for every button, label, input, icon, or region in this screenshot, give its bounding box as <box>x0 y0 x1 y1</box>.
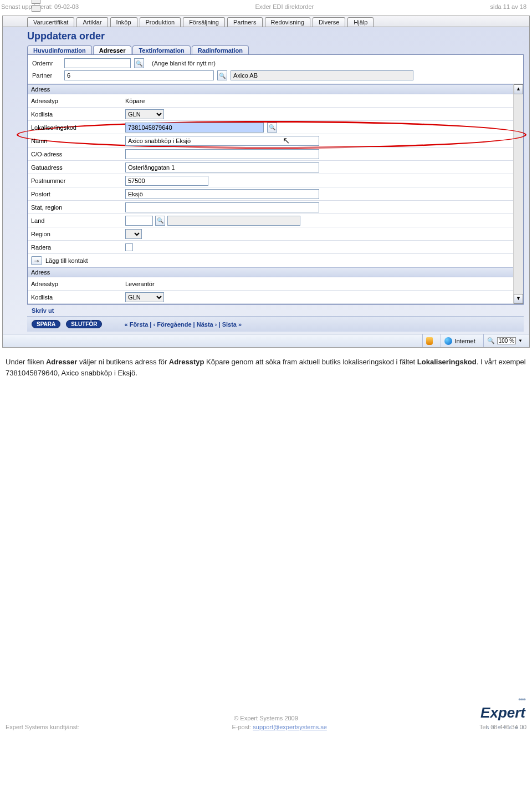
ordernr-hint: (Ange blankt för nytt nr) <box>152 60 216 67</box>
nav-last[interactable]: Sista » <box>222 321 242 328</box>
land-code-input[interactable] <box>125 216 153 226</box>
internet-zone-label: Internet <box>454 338 475 344</box>
tab-radinformation[interactable]: Radinformation <box>192 45 249 54</box>
finish-button[interactable]: SLUTFÖR <box>66 320 102 328</box>
region-label: Region <box>31 231 125 237</box>
home-icons[interactable] <box>32 0 40 12</box>
partner-name-display <box>231 70 413 80</box>
kodlista2-select[interactable]: GLN <box>125 292 164 302</box>
adresstyp-label: Adresstyp <box>31 98 125 104</box>
menu-hjälp[interactable]: Hjälp <box>347 17 374 27</box>
partner-input[interactable] <box>64 70 214 80</box>
postnr-input[interactable] <box>125 176 208 186</box>
kodlista2-label: Kodlista <box>31 294 125 301</box>
copyright: © Expert Systems 2009 <box>0 715 532 721</box>
section-header-adress-2: Adress <box>28 267 513 277</box>
footer-mid: E-post: support@expertsystems.se <box>232 724 326 730</box>
tab-textinformation[interactable]: Textinformation <box>132 45 190 54</box>
kodlista-select[interactable]: GLN <box>125 109 164 119</box>
record-nav: « Första | ‹ Föregående | Nästa › | Sist… <box>124 321 242 328</box>
menu-varucertifikat[interactable]: Varucertifikat <box>27 17 74 27</box>
doc-header-center: Exder EDI direktorder <box>255 3 314 10</box>
content-area: Uppdatera order HuvudinformationAdresser… <box>3 27 529 334</box>
stat-label: Stat, region <box>31 204 125 211</box>
menu-redovisning[interactable]: Redovisning <box>265 17 311 27</box>
main-menu: VarucertifikatArtiklarInköpProduktionFör… <box>3 16 529 27</box>
lokal-search-icon[interactable]: 🔍 <box>267 123 277 133</box>
vertical-scrollbar[interactable]: ▲ ▼ <box>513 84 523 304</box>
ordernr-input[interactable] <box>64 58 131 68</box>
menu-partners[interactable]: Partners <box>227 17 263 27</box>
zoom-dropdown-icon[interactable]: ▼ <box>518 338 523 343</box>
radera-checkbox[interactable] <box>125 243 133 251</box>
scroll-up-icon[interactable]: ▲ <box>514 84 523 94</box>
sub-tabs: HuvudinformationAdresserTextinformationR… <box>27 45 524 54</box>
menu-inköp[interactable]: Inköp <box>110 17 137 27</box>
kodlista-label: Kodlista <box>31 111 125 118</box>
doc-header: Senast uppdaterat: 09-02-03 Exder EDI di… <box>0 0 532 16</box>
support-email-link[interactable]: support@expertsystems.se <box>253 724 326 730</box>
partner-label: Partner <box>32 72 61 79</box>
adresstyp2-value: Leverantör <box>125 281 155 287</box>
partner-search-icon[interactable]: 🔍 <box>217 70 227 80</box>
lokal-input[interactable] <box>125 123 264 133</box>
action-bar: SPARA SLUTFÖR « Första | ‹ Föregående | … <box>27 316 524 332</box>
gatu-label: Gatuadress <box>31 164 125 171</box>
description-paragraph: Under fliken Adresser väljer ni butikens… <box>0 348 532 384</box>
nav-next[interactable]: Nästa › <box>197 321 217 328</box>
address-scroll-area: Adress AdresstypKöpare KodlistaGLN Lokal… <box>27 84 524 304</box>
tab-adresser[interactable]: Adresser <box>93 45 132 54</box>
adresstyp-value: Köpare <box>125 98 145 104</box>
namn-label: Namn <box>31 138 125 144</box>
stat-input[interactable] <box>125 202 319 212</box>
internet-zone-icon <box>444 337 452 345</box>
postnr-label: Postnummer <box>31 177 125 184</box>
security-shield-icon <box>426 337 433 345</box>
order-header-card: Ordernr 🔍 (Ange blankt för nytt nr) Part… <box>27 54 524 84</box>
adresstyp2-label: Adresstyp <box>31 281 125 287</box>
namn-input[interactable] <box>125 136 319 146</box>
browser-status-bar: Internet 🔍100 %▼ <box>3 334 529 347</box>
footer-right: Tel: 08-446 34 00 <box>479 724 526 730</box>
menu-diverse[interactable]: Diverse <box>313 17 345 27</box>
nav-prev[interactable]: ‹ Föregående <box>153 321 191 328</box>
page-title: Uppdatera order <box>27 30 524 45</box>
menu-artiklar[interactable]: Artiklar <box>76 17 108 27</box>
gatu-input[interactable] <box>125 162 319 172</box>
tab-huvudinformation[interactable]: Huvudinformation <box>27 45 92 54</box>
lokal-label: Lokaliseringskod <box>31 124 125 131</box>
menu-produktion[interactable]: Produktion <box>140 17 181 27</box>
co-input[interactable] <box>125 149 319 159</box>
land-name-display <box>167 216 300 226</box>
print-link[interactable]: Skriv ut <box>27 304 524 316</box>
add-contact-label[interactable]: Lägg till kontakt <box>45 257 88 264</box>
zoom-level[interactable]: 100 % <box>497 337 516 344</box>
add-contact-icon[interactable]: ⇢ <box>31 256 42 265</box>
ordernr-search-icon[interactable]: 🔍 <box>134 58 144 68</box>
ordernr-label: Ordernr <box>32 60 61 67</box>
postort-input[interactable] <box>125 189 319 199</box>
doc-header-right: sida 11 av 18 <box>490 3 526 10</box>
footer-left: Expert Systems kundtjänst: <box>6 724 79 730</box>
land-label: Land <box>31 217 125 224</box>
region-select[interactable] <box>125 229 142 239</box>
menu-försäljning[interactable]: Försäljning <box>183 17 225 27</box>
scroll-down-icon[interactable]: ▼ <box>514 294 523 304</box>
radera-label: Radera <box>31 244 125 251</box>
nav-first[interactable]: « Första <box>124 321 148 328</box>
land-search-icon[interactable]: 🔍 <box>155 216 165 226</box>
page-footer: •••• Expert S Y S T E M S © Expert Syste… <box>0 694 532 734</box>
postort-label: Postort <box>31 191 125 197</box>
app-window: VarucertifikatArtiklarInköpProduktionFör… <box>2 16 530 348</box>
co-label: C/O-adress <box>31 151 125 157</box>
section-header-adress-1: Adress <box>28 84 513 94</box>
save-button[interactable]: SPARA <box>32 320 60 328</box>
zoom-icon[interactable]: 🔍 <box>487 337 495 344</box>
